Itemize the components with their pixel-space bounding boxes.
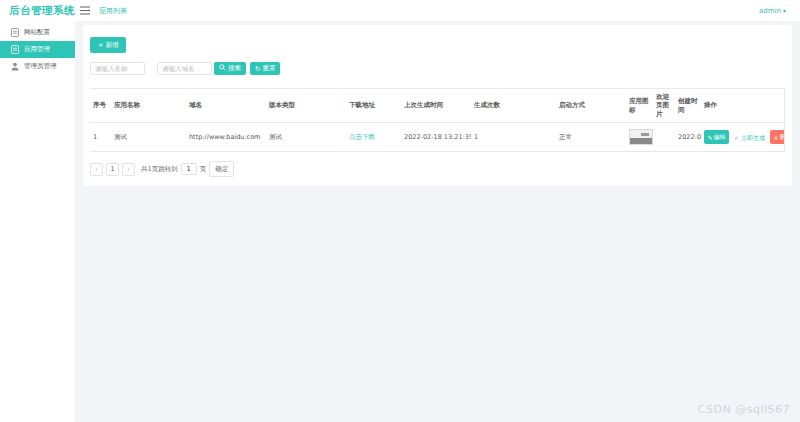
col-created: 创建时间 — [675, 89, 701, 123]
search-button-label: 搜索 — [228, 64, 241, 73]
breadcrumb[interactable]: 应用列表 — [99, 6, 127, 16]
col-index: 序号 — [90, 89, 111, 123]
reset-button-label: 重置 — [262, 64, 275, 73]
col-domain: 域名 — [186, 89, 266, 123]
document-icon — [11, 45, 19, 54]
page-jump-confirm-button[interactable]: 确定 — [209, 161, 234, 177]
col-last-generated: 上次生成时间 — [401, 89, 471, 123]
download-link[interactable]: 点击下载 — [349, 133, 375, 141]
close-icon: × — [773, 134, 778, 141]
chevron-down-icon: ▾ — [783, 7, 786, 14]
main-content: + 新增 搜索 ↻ 重置 — [75, 21, 800, 422]
cell-generate-count: 1 — [471, 123, 556, 152]
username: admin — [759, 7, 781, 15]
refresh-icon: ↻ — [255, 65, 260, 73]
col-app-icon: 应用图标 — [626, 89, 653, 123]
pencil-icon: ✎ — [708, 134, 713, 141]
col-welcome-image: 欢迎页图片 — [653, 89, 675, 123]
app-icon-thumbnail[interactable] — [629, 129, 653, 145]
content-card: + 新增 搜索 ↻ 重置 — [83, 25, 792, 186]
col-launch-mode: 启动方式 — [556, 89, 626, 123]
col-generate-count: 生成次数 — [471, 89, 556, 123]
app-window: 后台管理系统 应用列表 admin ▾ 网站配置 应用管理 — [0, 0, 800, 422]
cell-index: 1 — [90, 123, 111, 152]
user-menu[interactable]: admin ▾ — [759, 7, 786, 15]
page-unit-label: 页 — [200, 165, 207, 174]
check-icon: ✓ — [734, 134, 739, 141]
watermark: CSDN @sqll567 — [698, 403, 790, 416]
domain-search-input[interactable] — [157, 62, 212, 75]
app-table: 序号 应用名称 域名 版本类型 下载地址 上次生成时间 生成次数 启动方式 应用… — [90, 88, 785, 152]
col-download: 下载地址 — [346, 89, 401, 123]
cell-created: 2022-02-... — [675, 123, 701, 152]
cell-domain: http://www.baidu.com — [186, 123, 266, 152]
add-button[interactable]: + 新增 — [90, 37, 126, 53]
sidebar-item-label: 管理员管理 — [24, 62, 57, 71]
cell-app-name: 测试 — [111, 123, 186, 152]
cell-last-generated: 2022-02-18 13:21:35 — [401, 123, 471, 152]
plus-icon: + — [98, 41, 103, 49]
sidebar-item-label: 应用管理 — [24, 45, 50, 54]
delete-button-label: 删除 — [780, 133, 785, 142]
col-actions: 操作 — [701, 89, 785, 123]
sidebar-item-app-management[interactable]: 应用管理 — [0, 41, 75, 58]
search-toolbar: 搜索 ↻ 重置 — [90, 62, 785, 75]
top-header: 后台管理系统 应用列表 admin ▾ — [0, 0, 800, 21]
search-icon — [219, 64, 226, 73]
reset-button[interactable]: ↻ 重置 — [250, 62, 280, 75]
sidebar: 网站配置 应用管理 管理员管理 — [0, 21, 75, 422]
page-jump-input[interactable] — [181, 163, 197, 175]
col-app-name: 应用名称 — [111, 89, 186, 123]
generate-now-label: 立即生成 — [741, 134, 765, 141]
table-header-row: 序号 应用名称 域名 版本类型 下载地址 上次生成时间 生成次数 启动方式 应用… — [90, 89, 785, 123]
page-total-text: 共1页跳转到 — [141, 165, 178, 174]
name-search-input[interactable] — [90, 62, 145, 75]
generate-now-link[interactable]: ✓ 立即生成 — [734, 134, 767, 141]
table-row: 1 测试 http://www.baidu.com 测试 点击下载 2022-0… — [90, 123, 785, 152]
pagination: ‹ 1 › 共1页跳转到 页 确定 — [90, 161, 785, 177]
sidebar-item-admin-management[interactable]: 管理员管理 — [0, 58, 75, 75]
hamburger-menu-icon[interactable] — [80, 6, 90, 15]
add-button-label: 新增 — [105, 41, 118, 50]
current-page[interactable]: 1 — [106, 163, 119, 176]
search-button[interactable]: 搜索 — [214, 62, 246, 75]
sidebar-item-label: 网站配置 — [24, 28, 50, 37]
delete-button[interactable]: × 删除 — [770, 130, 785, 144]
document-icon — [11, 28, 19, 37]
col-version-type: 版本类型 — [266, 89, 346, 123]
cell-version-type: 测试 — [266, 123, 346, 152]
edit-button[interactable]: ✎ 编辑 — [704, 130, 729, 144]
app-logo: 后台管理系统 — [0, 4, 75, 18]
sidebar-item-site-config[interactable]: 网站配置 — [0, 24, 75, 41]
next-page-button[interactable]: › — [122, 163, 135, 176]
prev-page-button[interactable]: ‹ — [90, 163, 103, 176]
person-icon — [11, 62, 19, 71]
cell-welcome-image — [653, 123, 675, 152]
cell-launch-mode: 正常 — [556, 123, 626, 152]
edit-button-label: 编辑 — [714, 133, 726, 142]
